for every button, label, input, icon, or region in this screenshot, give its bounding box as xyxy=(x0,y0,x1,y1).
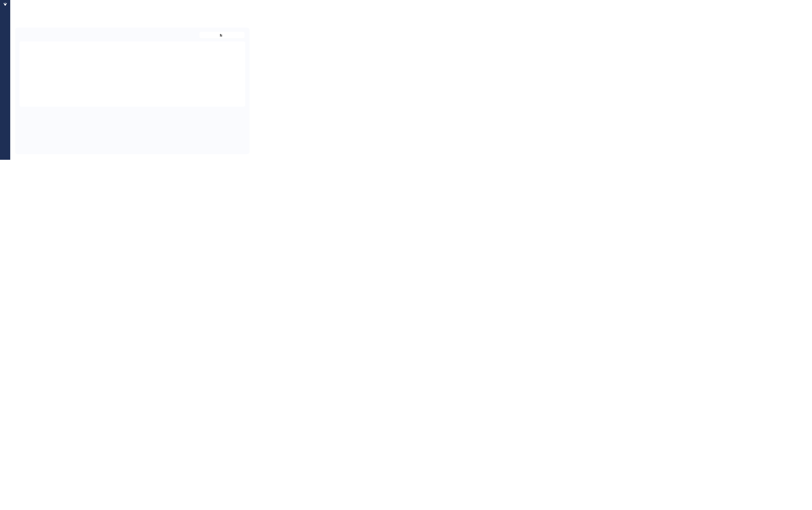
forecast-chart-icon xyxy=(220,33,223,37)
app-window xyxy=(0,0,255,160)
chart-background xyxy=(20,41,245,107)
app-logo-icon[interactable] xyxy=(2,2,8,7)
budget-panel xyxy=(15,28,250,154)
sidebar xyxy=(0,0,10,160)
show-forecasting-chart-button[interactable] xyxy=(199,32,244,38)
